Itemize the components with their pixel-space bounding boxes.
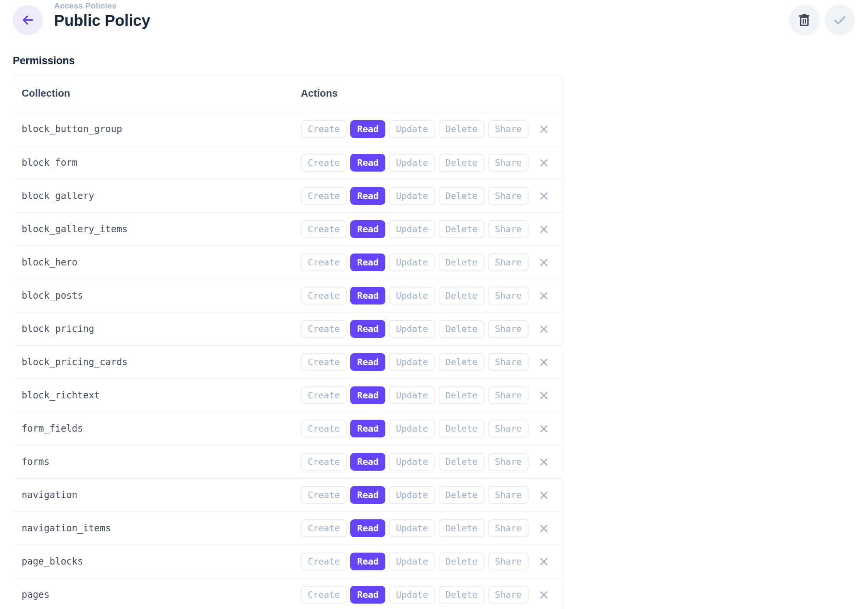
action-delete-button[interactable]: Delete (439, 586, 485, 604)
remove-permission-button[interactable] (537, 223, 551, 236)
remove-permission-button[interactable] (537, 256, 551, 269)
action-share-button[interactable]: Share (488, 453, 529, 471)
action-share-button[interactable]: Share (488, 253, 529, 271)
action-delete-button[interactable]: Delete (439, 553, 485, 570)
action-delete-button[interactable]: Delete (439, 154, 485, 172)
delete-policy-button[interactable] (789, 5, 820, 36)
action-share-button[interactable]: Share (488, 586, 529, 604)
action-read-button[interactable]: Read (350, 353, 385, 371)
table-row: pages CreateReadUpdateDeleteShare (13, 578, 563, 609)
action-create-button[interactable]: Create (301, 187, 347, 205)
remove-permission-button[interactable] (537, 422, 551, 435)
close-icon (539, 257, 549, 268)
action-read-button[interactable]: Read (350, 420, 385, 437)
action-share-button[interactable]: Share (488, 154, 529, 172)
action-read-button[interactable]: Read (350, 386, 385, 404)
action-delete-button[interactable]: Delete (439, 486, 485, 504)
action-delete-button[interactable]: Delete (439, 320, 485, 338)
action-create-button[interactable]: Create (301, 553, 347, 570)
action-create-button[interactable]: Create (301, 253, 347, 271)
remove-permission-button[interactable] (537, 588, 551, 601)
remove-permission-button[interactable] (537, 522, 551, 535)
action-delete-button[interactable]: Delete (439, 187, 485, 205)
action-create-button[interactable]: Create (301, 386, 347, 404)
remove-permission-button[interactable] (537, 289, 551, 302)
action-delete-button[interactable]: Delete (439, 353, 485, 371)
remove-permission-button[interactable] (537, 455, 551, 468)
action-share-button[interactable]: Share (488, 386, 529, 404)
action-update-button[interactable]: Update (389, 386, 435, 404)
action-share-button[interactable]: Share (488, 420, 529, 437)
action-update-button[interactable]: Update (389, 187, 435, 205)
action-create-button[interactable]: Create (301, 519, 347, 537)
action-delete-button[interactable]: Delete (439, 120, 485, 138)
action-create-button[interactable]: Create (301, 420, 347, 437)
action-delete-button[interactable]: Delete (439, 519, 485, 537)
action-delete-button[interactable]: Delete (439, 220, 485, 238)
action-share-button[interactable]: Share (488, 187, 529, 205)
action-delete-button[interactable]: Delete (439, 420, 485, 437)
remove-permission-button[interactable] (537, 555, 551, 568)
action-share-button[interactable]: Share (488, 486, 529, 504)
action-read-button[interactable]: Read (350, 287, 385, 304)
collection-name: block_richtext (22, 390, 301, 401)
action-update-button[interactable]: Update (389, 253, 435, 271)
action-read-button[interactable]: Read (350, 320, 385, 338)
remove-permission-button[interactable] (537, 156, 551, 169)
action-delete-button[interactable]: Delete (439, 253, 485, 271)
action-read-button[interactable]: Read (350, 187, 385, 205)
actions-cell: CreateReadUpdateDeleteShare (301, 287, 555, 304)
action-share-button[interactable]: Share (488, 320, 529, 338)
table-row: block_pricing CreateReadUpdateDeleteShar… (13, 312, 563, 345)
action-read-button[interactable]: Read (350, 486, 385, 504)
action-read-button[interactable]: Read (350, 453, 385, 471)
remove-permission-button[interactable] (537, 488, 551, 502)
action-update-button[interactable]: Update (389, 154, 435, 172)
action-delete-button[interactable]: Delete (439, 287, 485, 304)
action-update-button[interactable]: Update (389, 220, 435, 238)
action-delete-button[interactable]: Delete (439, 453, 485, 471)
back-button[interactable] (13, 5, 43, 35)
action-share-button[interactable]: Share (488, 287, 529, 304)
collection-name: form_fields (22, 423, 301, 434)
action-create-button[interactable]: Create (301, 353, 347, 371)
action-read-button[interactable]: Read (350, 253, 385, 271)
action-share-button[interactable]: Share (488, 120, 529, 138)
action-update-button[interactable]: Update (389, 453, 435, 471)
action-read-button[interactable]: Read (350, 586, 385, 604)
action-create-button[interactable]: Create (301, 154, 347, 172)
action-create-button[interactable]: Create (301, 287, 347, 304)
action-read-button[interactable]: Read (350, 220, 385, 238)
action-share-button[interactable]: Share (488, 353, 529, 371)
close-icon (539, 523, 549, 534)
action-create-button[interactable]: Create (301, 320, 347, 338)
action-share-button[interactable]: Share (488, 519, 529, 537)
action-create-button[interactable]: Create (301, 120, 347, 138)
action-create-button[interactable]: Create (301, 486, 347, 504)
action-create-button[interactable]: Create (301, 453, 347, 471)
action-update-button[interactable]: Update (389, 420, 435, 437)
action-delete-button[interactable]: Delete (439, 386, 485, 404)
action-create-button[interactable]: Create (301, 220, 347, 238)
action-read-button[interactable]: Read (350, 120, 385, 138)
remove-permission-button[interactable] (537, 122, 551, 136)
action-read-button[interactable]: Read (350, 154, 385, 172)
remove-permission-button[interactable] (537, 189, 551, 202)
remove-permission-button[interactable] (537, 389, 551, 402)
action-update-button[interactable]: Update (389, 586, 435, 604)
action-update-button[interactable]: Update (389, 553, 435, 570)
action-update-button[interactable]: Update (389, 287, 435, 304)
action-create-button[interactable]: Create (301, 586, 347, 604)
remove-permission-button[interactable] (537, 356, 551, 369)
action-update-button[interactable]: Update (389, 486, 435, 504)
action-update-button[interactable]: Update (389, 120, 435, 138)
action-update-button[interactable]: Update (389, 519, 435, 537)
action-share-button[interactable]: Share (488, 220, 529, 238)
remove-permission-button[interactable] (537, 322, 551, 335)
action-read-button[interactable]: Read (350, 553, 385, 570)
action-read-button[interactable]: Read (350, 519, 385, 537)
action-update-button[interactable]: Update (389, 320, 435, 338)
save-button[interactable] (824, 5, 855, 36)
action-update-button[interactable]: Update (389, 353, 435, 371)
action-share-button[interactable]: Share (488, 553, 529, 570)
